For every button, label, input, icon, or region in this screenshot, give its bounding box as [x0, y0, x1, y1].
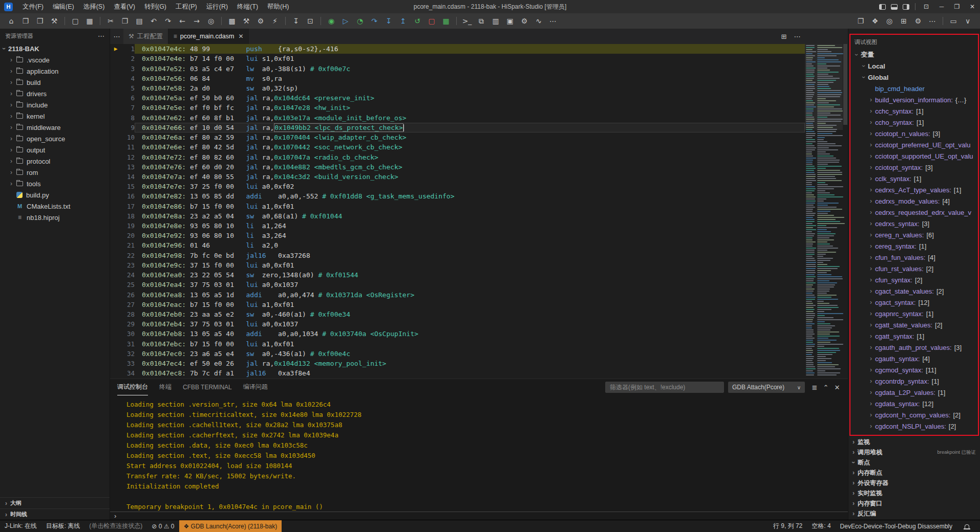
- run-timer-icon[interactable]: ◔: [353, 15, 367, 27]
- debug-section-反汇编[interactable]: ›反汇编: [848, 508, 980, 519]
- tree-folder-rom[interactable]: ›rom: [0, 167, 110, 178]
- debug-bug-icon[interactable]: ❖: [868, 15, 882, 27]
- target-status[interactable]: 目标板: 离线: [41, 520, 85, 532]
- step-into-icon[interactable]: ↧: [382, 15, 395, 27]
- close-panel-icon[interactable]: ✕: [832, 384, 843, 391]
- variable-row-cciotopt-supported-UE-opt-valu[interactable]: ›cciotopt_supported_UE_opt_valu: [850, 150, 978, 162]
- forward-icon[interactable]: →: [190, 15, 203, 27]
- minimize-button[interactable]: ─: [934, 0, 949, 13]
- variable-row-cclk-syntax[interactable]: ›cclk_syntax:[1]: [850, 173, 978, 184]
- close-button[interactable]: ✕: [965, 0, 980, 13]
- stats-icon[interactable]: ▥: [489, 15, 502, 27]
- variable-row-cgatt-state-values[interactable]: ›cgatt_state_values:[2]: [850, 319, 978, 330]
- debug-console-input[interactable]: ›: [110, 512, 848, 520]
- monitor-chart-icon[interactable]: ∿: [532, 15, 545, 27]
- power-icon[interactable]: ◉: [325, 15, 338, 27]
- panel-tab------[interactable]: 调试控制台: [117, 379, 148, 395]
- tree-file-build-py[interactable]: build.py: [0, 189, 110, 201]
- tree-folder--vscode[interactable]: ›.vscode: [0, 54, 110, 65]
- tree-folder-open-source[interactable]: ›open_source: [0, 133, 110, 144]
- code-line-8[interactable]: 80x01047e62: ef 60 8f b1 jal ra,0x103e17…: [110, 113, 805, 123]
- menu-edit[interactable]: 编辑(E): [48, 0, 79, 13]
- tab-close-icon[interactable]: ✕: [238, 33, 243, 40]
- editor-more-actions-icon[interactable]: ⋯: [791, 33, 804, 40]
- split-editor-icon[interactable]: ⊞: [777, 33, 791, 40]
- code-line-26[interactable]: 260x01047ea8: 13 05 a5 1d addi a0,a0,474…: [110, 290, 805, 299]
- code-line-9[interactable]: 90x01047e66: ef 10 d0 54 jal ra,0x1049bb…: [110, 123, 805, 132]
- panel-tab---[interactable]: 终端: [159, 379, 172, 395]
- target-hint[interactable]: (单击检查连接状态): [84, 520, 147, 532]
- code-line-22[interactable]: 220x01047e98: 7b fc 0e bd jal16 0xa37268: [110, 251, 805, 260]
- code-line-18[interactable]: 180x01047e8a: 23 a2 a5 04 sw a0,68(a1) #…: [110, 211, 805, 221]
- editor-scrollbar[interactable]: [843, 44, 848, 379]
- variable-row-cereg-n-values[interactable]: ›cereg_n_values:[6]: [850, 229, 978, 240]
- tree-folder-output[interactable]: ›output: [0, 144, 110, 156]
- code-line-34[interactable]: 340x01047ec8: 7b 7c df a1 jal16 0xa3f8e4: [110, 368, 805, 378]
- restore-button[interactable]: ❐: [949, 0, 965, 13]
- menu-run[interactable]: 运行(R): [202, 0, 232, 13]
- tree-file-nb18-hiproj[interactable]: ≡nb18.hiproj: [0, 212, 110, 223]
- menu-project[interactable]: 工程(P): [171, 0, 202, 13]
- step-over-icon[interactable]: ↷: [368, 15, 381, 27]
- step-out-icon[interactable]: ↥: [396, 15, 410, 27]
- paste-icon[interactable]: ▤: [133, 15, 146, 27]
- variable-row-cgatt-syntax[interactable]: ›cgatt_syntax:[1]: [850, 330, 978, 342]
- scrollbar-slider[interactable]: [843, 44, 847, 125]
- menu-selection[interactable]: 选择(S): [79, 0, 110, 13]
- variable-row-cgcontrdp-syntax[interactable]: ›cgcontrdp_syntax:[1]: [850, 375, 978, 387]
- cursor-position[interactable]: 行 9, 列 72: [769, 520, 807, 532]
- layers-icon[interactable]: ⧉: [475, 15, 488, 27]
- copy-icon[interactable]: ❐: [118, 15, 132, 27]
- code-line-4[interactable]: 40x01047e56: 06 84 mv s0,ra: [110, 74, 805, 83]
- variable-row-cciotopt-preferred-UE-opt-valu[interactable]: ›cciotopt_preferred_UE_opt_valu: [850, 139, 978, 150]
- notifications-item[interactable]: [957, 520, 977, 532]
- build-extra-icon[interactable]: ⚡: [268, 15, 282, 27]
- more-tools-icon[interactable]: ⋯: [546, 15, 560, 27]
- tree-folder-kernel[interactable]: ›kernel: [0, 110, 110, 122]
- code-line-11[interactable]: 110x01047e6e: ef 80 42 5d jal ra,0x10704…: [110, 142, 805, 152]
- tree-folder-drivers[interactable]: ›drivers: [0, 88, 110, 99]
- variable-row---[interactable]: ›变量: [850, 49, 978, 60]
- memory-grid-icon[interactable]: ▦: [439, 15, 453, 27]
- indentation[interactable]: 空格: 4: [807, 520, 835, 532]
- chevron-down-icon[interactable]: ∨: [961, 15, 974, 27]
- stop-icon[interactable]: ▢: [425, 15, 438, 27]
- panel-tab-----[interactable]: 编译问题: [243, 379, 268, 395]
- undo-icon[interactable]: ↶: [147, 15, 160, 27]
- open-project-icon[interactable]: ❒: [33, 15, 47, 27]
- code-line-13[interactable]: 130x01047e76: ef 60 d0 20 jal ra,0x104e8…: [110, 162, 805, 172]
- code-line-3[interactable]: 30x01047e52: 03 a5 c4 e7 lw a0,-388(s1) …: [110, 63, 805, 73]
- gear-icon[interactable]: ⚙: [911, 15, 925, 27]
- code-line-20[interactable]: 200x01047e92: 93 06 80 10 li a3,264: [110, 231, 805, 240]
- debug-section-断点[interactable]: ›断点: [848, 457, 980, 468]
- code-line-24[interactable]: 240x01047ea0: 23 22 05 54 sw zero,1348(a…: [110, 270, 805, 280]
- code-line-33[interactable]: 330x01047ec4: ef 50 e0 26 jal ra,0x104d1…: [110, 359, 805, 368]
- tree-folder-include[interactable]: ›include: [0, 99, 110, 110]
- variable-row-build-version-information[interactable]: ›build_version_information:{…}: [850, 94, 978, 105]
- download-image-icon[interactable]: ↧: [289, 15, 303, 27]
- tree-folder-tools[interactable]: ›tools: [0, 178, 110, 189]
- redo-icon[interactable]: ↷: [161, 15, 175, 27]
- tab-pcore-main-cdasm[interactable]: ≡pcore_main.cdasm✕: [168, 29, 249, 44]
- compare-files-icon[interactable]: ❐: [854, 15, 867, 27]
- cut-icon[interactable]: ✂: [104, 15, 117, 27]
- tab-overflow-icon[interactable]: ⋯: [110, 29, 123, 44]
- variable-row-ccho-syntax[interactable]: ›ccho_syntax:[1]: [850, 117, 978, 128]
- code-line-25[interactable]: 250x01047ea4: 37 75 03 01 lui a0,0x1037: [110, 280, 805, 290]
- settings-icon[interactable]: ⚙: [518, 15, 531, 27]
- chip-icon[interactable]: ▣: [503, 15, 517, 27]
- maximize-panel-icon[interactable]: ⌃: [820, 384, 832, 391]
- menu-file[interactable]: 文件(F): [18, 0, 48, 13]
- debug-section-调用堆栈[interactable]: ›调用堆栈breakpoint 已验证: [848, 447, 980, 457]
- variable-row-cgcmod-syntax[interactable]: ›cgcmod_syntax:[11]: [850, 364, 978, 375]
- code-line-17[interactable]: 170x01047e86: b7 15 f0 00 lui a1,0xf01: [110, 202, 805, 211]
- minimap[interactable]: [805, 44, 843, 379]
- timeline-section[interactable]: ›时间线: [0, 508, 110, 520]
- menu-help[interactable]: 帮助(H): [263, 0, 293, 13]
- tree-folder-middleware[interactable]: ›middleware: [0, 122, 110, 133]
- clean-icon[interactable]: ▩: [225, 15, 239, 27]
- code-line-28[interactable]: 280x01047eb0: 23 aa a5 e2 sw a0,-460(a1)…: [110, 309, 805, 319]
- variable-row-bip-cmd-header[interactable]: bip_cmd_header: [850, 83, 978, 94]
- variable-row-cfun-fun-values[interactable]: ›cfun_fun_values:[4]: [850, 252, 978, 263]
- variable-row-cchc-syntax[interactable]: ›cchc_syntax:[1]: [850, 105, 978, 117]
